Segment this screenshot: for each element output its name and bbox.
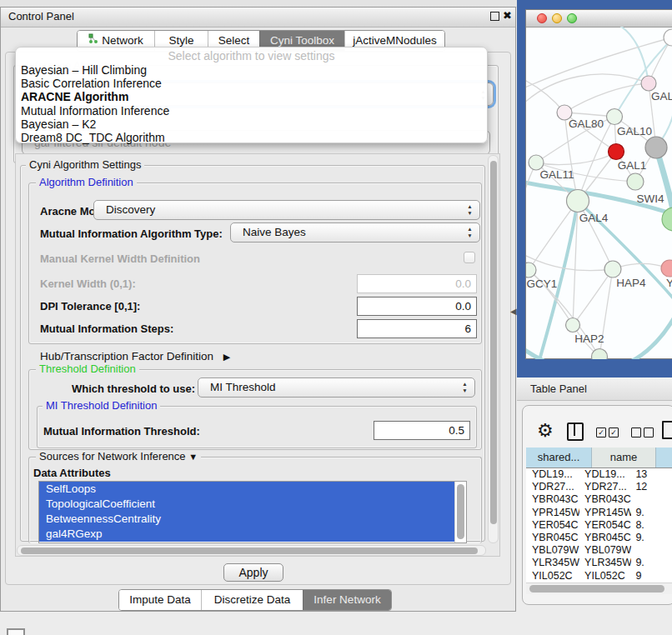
attribute-item-gal4rgexp[interactable]: gal4RGexp	[39, 527, 466, 542]
table-cell: YLR345W	[579, 557, 631, 569]
attribute-item-betweennesscentrality[interactable]: BetweennessCentrality	[39, 512, 466, 527]
page-icon[interactable]	[662, 421, 672, 439]
mi-type-combo[interactable]: Naive Bayes ▲▼	[230, 222, 480, 242]
table-row[interactable]: YBL079WYBL079W	[526, 544, 672, 557]
network-node-gal1-red[interactable]	[609, 144, 624, 160]
control-panel-titlebar[interactable]: Control Panel	[1, 8, 515, 28]
combo-arrows-icon: ▲▼	[461, 381, 469, 394]
node-label-gal: GAL	[651, 90, 672, 102]
network-node-swi4[interactable]	[627, 173, 644, 190]
columns-icon[interactable]	[567, 422, 584, 441]
algorithm-popup: Select algorithm to view settings Bayesi…	[15, 47, 488, 143]
table-cell: YBR045C	[579, 532, 631, 544]
float-window-icon[interactable]	[490, 12, 499, 21]
scrollbar-thumb[interactable]	[21, 548, 478, 554]
sources-expander[interactable]: Sources for Network Inference ▼	[36, 451, 201, 462]
table-row[interactable]: YIL052CYIL052C9	[526, 570, 672, 582]
combo-arrows-icon: ▲▼	[466, 226, 474, 239]
close-icon[interactable]: ✖	[503, 9, 512, 22]
table-row[interactable]: YER054CYER054C8.	[526, 519, 672, 532]
table-cell: YBR043C	[526, 493, 579, 506]
table-row[interactable]: YDL19...YDL19...13	[526, 468, 672, 481]
aracne-mode-combo[interactable]: Discovery ▲▼	[93, 200, 480, 220]
hub-definition-label: Hub/Transcription Factor Definition	[40, 350, 213, 362]
popup-item-aracne-algorithm[interactable]: ARACNE Algorithm	[16, 90, 487, 103]
cyni-settings-title: Cyni Algorithm Settings	[26, 159, 144, 171]
column-header-a[interactable]: A	[656, 448, 672, 468]
network-node-gray-node[interactable]	[645, 137, 667, 158]
manual-kernel-checkbox[interactable]	[464, 252, 475, 263]
minimized-panel-icon[interactable]	[7, 628, 25, 635]
settings-horizontal-scrollbar[interactable]	[17, 545, 486, 556]
which-threshold-value: MI Threshold	[210, 378, 276, 397]
close-traffic-light-icon[interactable]	[537, 13, 547, 23]
unchecked-boxes-icon[interactable]	[631, 428, 641, 438]
popup-item-bayesian-hill-climbing[interactable]: Bayesian – Hill Climbing	[16, 63, 487, 77]
table-horizontal-scrollbar[interactable]	[526, 582, 672, 594]
tab-infer-network[interactable]: Infer Network	[303, 590, 391, 610]
network-window-titlebar[interactable]	[526, 10, 672, 28]
mi-steps-field[interactable]: 6	[357, 319, 477, 338]
table-cell: YDL19...	[579, 468, 631, 481]
network-node-gcy1[interactable]	[526, 262, 536, 278]
network-node-salmon-node[interactable]	[661, 260, 672, 277]
network-canvas[interactable]: GALGAL80GAL10GAL1GAL11SWI4GAL4GCY1HAP4YH…	[526, 27, 672, 359]
table-row[interactable]: YPR145WYPR145W9.	[526, 507, 672, 519]
splitter-collapse-icon[interactable]: ◀	[510, 307, 517, 316]
dpi-tolerance-field[interactable]: 0.0	[357, 297, 477, 316]
which-threshold-combo[interactable]: MI Threshold ▲▼	[198, 378, 475, 398]
network-node-gal4[interactable]	[567, 190, 589, 212]
apply-button[interactable]: Apply	[223, 563, 283, 582]
control-panel-title: Control Panel	[8, 10, 74, 22]
scrollbar-thumb[interactable]	[490, 161, 497, 524]
scrollbar-thumb[interactable]	[457, 484, 464, 539]
list-vertical-scrollbar[interactable]	[454, 482, 466, 543]
zoom-traffic-light-icon[interactable]	[567, 13, 577, 23]
scrollbar-thumb[interactable]	[529, 585, 664, 592]
hub-definition-expander[interactable]: Hub/Transcription Factor Definition ▶	[40, 350, 230, 362]
attribute-item-selfloops[interactable]: SelfLoops	[39, 482, 466, 497]
network-node-gal10[interactable]	[607, 109, 623, 125]
table-header-row: shared...nameA	[526, 448, 672, 468]
popup-item-mutual-information-inference[interactable]: Mutual Information Inference	[16, 104, 487, 118]
checked-boxes-icon[interactable]: ✓	[596, 428, 606, 438]
kernel-width-field[interactable]: 0.0	[357, 274, 477, 293]
table-cell: YBR045C	[526, 532, 579, 544]
dpi-tolerance-label: DPI Tolerance [0,1]:	[40, 300, 140, 312]
gear-icon[interactable]: ⚙	[537, 420, 554, 442]
tab-discretize-data[interactable]: Discretize Data	[201, 590, 303, 610]
table-row[interactable]: YDR27...YDR27...12	[526, 481, 672, 493]
popup-item-bayesian-k2[interactable]: Bayesian – K2	[16, 118, 487, 131]
network-node-hap2[interactable]	[566, 318, 580, 332]
data-attributes-label: Data Attributes	[33, 467, 111, 479]
network-node-hap4[interactable]	[604, 261, 621, 278]
cyni-bottom-tabbar: Impute DataDiscretize DataInfer Network	[118, 589, 392, 611]
column-header-name[interactable]: name	[592, 448, 656, 468]
tab-impute-data[interactable]: Impute Data	[119, 590, 201, 610]
table-cell: YBL079W	[526, 544, 579, 557]
table-row[interactable]: YBR043CYBR043C	[526, 493, 672, 506]
table-row[interactable]: YLR345WYLR345W9.	[526, 557, 672, 569]
mi-threshold-field[interactable]: 0.5	[374, 421, 470, 440]
table-row[interactable]: YBR045CYBR045C9.	[526, 532, 672, 544]
column-header-shared[interactable]: shared...	[526, 448, 592, 468]
mi-steps-label: Mutual Information Steps:	[40, 322, 173, 335]
network-node-gal2[interactable]	[641, 76, 656, 91]
settings-vertical-scrollbar[interactable]	[488, 155, 499, 543]
network-node-top-partial[interactable]	[664, 29, 672, 46]
data-attributes-list[interactable]: SelfLoopsTopologicalCoefficientBetweenne…	[38, 481, 467, 543]
node-label-gal11: GAL11	[539, 168, 574, 181]
table-cell: 9.	[631, 532, 672, 544]
attribute-item-topologicalcoefficient[interactable]: TopologicalCoefficient	[39, 497, 466, 512]
checked-boxes-icon[interactable]: ✓	[609, 428, 619, 438]
table-cell: 13	[631, 468, 672, 481]
network-node-bottom-partial[interactable]	[592, 349, 608, 360]
unchecked-boxes-icon[interactable]	[644, 428, 654, 438]
popup-item-basic-correlation-inference[interactable]: Basic Correlation Inference	[16, 77, 487, 90]
table-cell: YER054C	[579, 519, 631, 532]
table-cell: YDL19...	[526, 468, 579, 481]
minimize-traffic-light-icon[interactable]	[552, 13, 562, 23]
table-cell: YER054C	[526, 519, 579, 532]
popup-item-dream8-dc-tdc-algorithm[interactable]: Dream8 DC_TDC Algorithm	[16, 131, 487, 144]
network-edge	[536, 152, 616, 165]
